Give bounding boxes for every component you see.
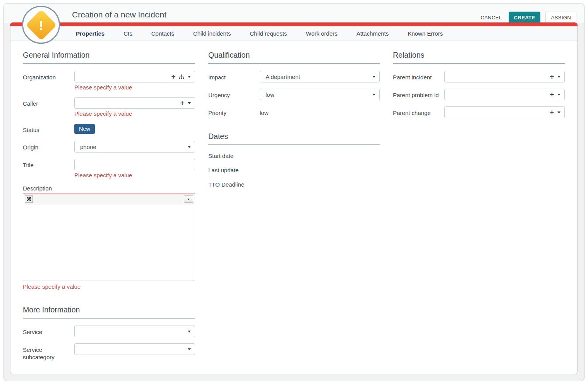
chevron-down-icon[interactable] <box>188 76 191 78</box>
plus-icon[interactable]: + <box>171 73 175 80</box>
organization-label: Organization <box>23 71 74 91</box>
field-parent-incident: Parent incident + <box>393 71 565 82</box>
parent-change-label: Parent change <box>393 106 444 118</box>
plus-icon[interactable]: + <box>550 91 554 98</box>
description-editor-toolbar <box>23 194 195 204</box>
section-relations: Relations Parent incident + <box>393 51 565 118</box>
field-parent-change: Parent change + <box>393 106 565 118</box>
chevron-down-icon[interactable] <box>557 94 561 96</box>
form-content: General Information Organization + <box>10 41 577 367</box>
tto-deadline-label: TTO Deadline <box>208 181 260 188</box>
caller-input[interactable]: + <box>74 97 195 109</box>
tab-cis[interactable]: CIs <box>123 30 132 37</box>
tab-work-orders[interactable]: Work orders <box>306 30 337 37</box>
description-label: Description <box>23 185 195 192</box>
start-date-label: Start date <box>208 152 260 159</box>
maximize-button[interactable] <box>25 195 33 203</box>
description-textarea[interactable] <box>23 204 195 281</box>
plus-icon[interactable]: + <box>550 109 554 116</box>
chevron-down-icon <box>188 348 191 350</box>
priority-value: low <box>260 106 380 117</box>
parent-problem-input[interactable]: + <box>444 89 565 100</box>
section-dates: Dates Start date Last update TTO Deadlin… <box>208 132 380 188</box>
accent-bar <box>10 22 578 26</box>
service-select[interactable] <box>74 326 195 337</box>
chevron-down-icon[interactable] <box>188 102 191 104</box>
modal-panel: Creation of a new Incident CANCEL CREATE… <box>3 3 585 381</box>
chevron-down-icon[interactable] <box>557 111 561 113</box>
chevron-down-icon <box>188 331 191 333</box>
tab-child-requests[interactable]: Child requests <box>250 30 287 37</box>
field-status: Status New <box>23 123 195 134</box>
plus-icon[interactable]: + <box>180 99 184 106</box>
section-more-information: More Information Service <box>23 305 195 361</box>
chevron-down-icon[interactable] <box>557 76 561 78</box>
assign-button[interactable]: ASSIGN <box>545 12 576 24</box>
form-card: Properties CIs Contacts Child incidents … <box>10 23 578 374</box>
tab-attachments[interactable]: Attachments <box>357 30 389 37</box>
maximize-icon <box>27 197 31 201</box>
create-button[interactable]: CREATE <box>509 12 541 24</box>
section-title-general: General Information <box>23 51 195 64</box>
field-service-subcategory: Service subcategory <box>23 343 195 361</box>
origin-value: phone <box>80 144 96 150</box>
section-general-information: General Information Organization + <box>23 51 195 290</box>
tab-properties[interactable]: Properties <box>76 30 105 37</box>
page-title: Creation of a new Incident <box>72 10 166 19</box>
service-subcategory-label: Service subcategory <box>23 343 74 361</box>
tab-known-errors[interactable]: Known Errors <box>408 30 443 37</box>
warning-exclamation: ! <box>39 18 43 31</box>
field-origin: Origin phone <box>23 141 195 153</box>
warning-icon: ! <box>26 9 57 41</box>
hierarchy-icon[interactable] <box>179 74 184 79</box>
field-description: Description <box>23 185 195 290</box>
origin-select[interactable]: phone <box>74 141 195 153</box>
priority-label: Priority <box>208 106 260 117</box>
parent-problem-label: Parent problem id <box>393 89 444 100</box>
tab-child-incidents[interactable]: Child incidents <box>193 30 231 37</box>
header-actions: CANCEL CREATE ASSIGN <box>479 12 576 24</box>
origin-label: Origin <box>23 141 74 153</box>
toolbar-collapse-bar <box>187 198 190 199</box>
organization-validation-error: Please specify a value <box>74 84 195 91</box>
field-start-date: Start date <box>208 152 380 159</box>
last-update-label: Last update <box>208 166 260 174</box>
field-title: Title Please specify a value <box>23 159 195 179</box>
toolbar-collapse-button[interactable] <box>184 195 193 203</box>
organization-input[interactable]: + <box>74 71 195 82</box>
section-qualification: Qualification Impact A department <box>208 51 380 117</box>
column-relations: Relations Parent incident + <box>393 41 565 367</box>
field-urgency: Urgency low <box>208 89 380 100</box>
section-title-dates: Dates <box>208 132 380 145</box>
tab-strip: Properties CIs Contacts Child incidents … <box>10 26 577 41</box>
urgency-select[interactable]: low <box>260 89 380 100</box>
tab-contacts[interactable]: Contacts <box>151 30 174 37</box>
field-service: Service <box>23 326 195 337</box>
cancel-button[interactable]: CANCEL <box>479 12 503 23</box>
parent-incident-label: Parent incident <box>393 71 444 82</box>
field-organization: Organization + <box>23 71 195 91</box>
field-last-update: Last update <box>208 166 380 174</box>
column-general: General Information Organization + <box>23 41 195 367</box>
chevron-down-icon <box>187 199 190 200</box>
status-label: Status <box>23 123 74 134</box>
parent-change-input[interactable]: + <box>444 106 565 118</box>
urgency-label: Urgency <box>208 89 260 100</box>
title-input[interactable] <box>74 159 195 170</box>
caller-label: Caller <box>23 97 74 117</box>
plus-icon[interactable]: + <box>550 73 554 80</box>
section-title-relations: Relations <box>393 51 565 64</box>
caller-validation-error: Please specify a value <box>74 110 195 117</box>
impact-select[interactable]: A department <box>260 71 380 82</box>
service-label: Service <box>23 326 74 337</box>
field-priority: Priority low <box>208 106 380 117</box>
title-validation-error: Please specify a value <box>74 172 195 179</box>
modal-header: Creation of a new Incident CANCEL CREATE… <box>4 3 584 23</box>
parent-incident-input[interactable]: + <box>444 71 565 82</box>
description-editor[interactable] <box>23 194 195 281</box>
service-subcategory-select[interactable] <box>74 343 195 355</box>
impact-label: Impact <box>208 71 260 82</box>
urgency-value: low <box>266 91 274 98</box>
chevron-down-icon <box>372 94 375 96</box>
field-tto-deadline: TTO Deadline <box>208 181 380 188</box>
